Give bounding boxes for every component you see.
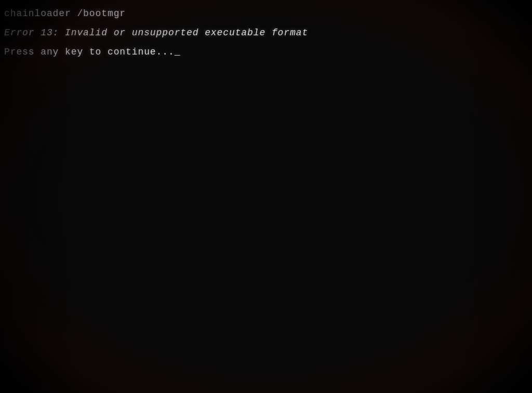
command-line: chainloader /bootmgr <box>4 6 528 21</box>
cursor-blink: _ <box>175 45 181 60</box>
terminal-screen: chainloader /bootmgr Error 13: Invalid o… <box>0 0 532 393</box>
prompt-line: Press any key to continue..._ <box>4 45 528 60</box>
terminal-output: chainloader /bootmgr Error 13: Invalid o… <box>4 6 528 61</box>
error-message: Error 13: Invalid or unsupported executa… <box>4 25 528 40</box>
